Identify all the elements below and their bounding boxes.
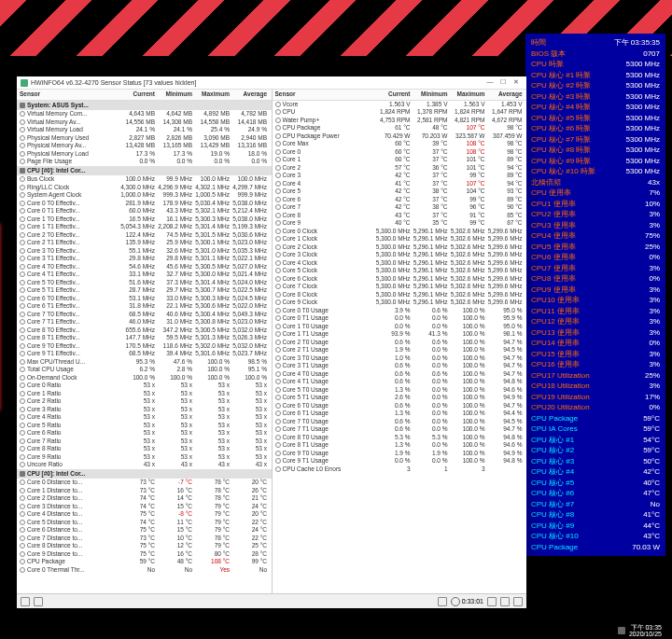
settings-icon[interactable] (513, 597, 523, 606)
titlebar[interactable]: HWiNFO64 v6.32-4270 Sensor Status [73 va… (17, 76, 526, 90)
sensor-row[interactable]: Core 441 °C37 °C107 °C94 °C (273, 180, 527, 188)
sensor-row[interactable]: Core 9 T1 Usage0.0 %0.0 %100.0 %94.8 % (273, 457, 527, 465)
column-header[interactable]: Sensor (20, 90, 118, 99)
sensor-row[interactable]: Core 5 T0 Usage1.3 %0.0 %100.0 %94.6 % (273, 386, 527, 395)
taskbar-tray[interactable]: 下午 03:35 2020/10/25 (525, 622, 665, 639)
sensor-row[interactable]: Core 9 Ratio53 x53 x53 x53 x (17, 453, 272, 462)
sensor-row[interactable]: Core 2 T1 Usage1.9 %0.0 %100.0 %94.5 % (273, 346, 527, 354)
sensor-row[interactable]: Core 3 T0 Usage1.0 %0.0 %100.0 %94.7 % (273, 354, 527, 363)
sensor-row[interactable]: Core 6 Clock5,300.0 MHz5,296.1 MHz5,302.… (273, 275, 527, 284)
reset-icon[interactable] (500, 597, 510, 606)
sensor-row[interactable]: Core 0 T0 Effectiv...281.9 MHz178.9 MHz5… (17, 200, 272, 208)
sensor-row[interactable]: Core 6 T1 Effectiv...31.8 MHz22.1 MHz5,3… (17, 302, 272, 311)
sensor-row[interactable]: Core 9 T0 Effectiv...170.5 MHz118.6 MHz5… (17, 342, 272, 351)
sensor-row[interactable]: Core 8 Ratio53 x53 x53 x53 x (17, 445, 272, 453)
sensor-row[interactable]: Core 257 °C36 °C101 °C94 °C (273, 164, 527, 173)
sensor-row[interactable]: Core 3 Distance to...74 °C15 °C79 °C24 °… (17, 503, 272, 511)
chart-icon[interactable] (438, 597, 447, 606)
sensor-row[interactable]: Core 1 Ratio53 x53 x53 x53 x (17, 390, 272, 398)
sensor-row[interactable]: CPU Package Power70.429 W70.203 W323.587… (273, 132, 527, 141)
sensor-row[interactable]: Max CPU/Thread U...95.3 %47.6 %100.0 %98… (17, 358, 272, 367)
sensor-row[interactable]: Core 9 T0 Usage1.9 %1.9 %100.0 %94.9 % (273, 450, 527, 458)
sensor-row[interactable]: Core 5 Ratio53 x53 x53 x53 x (17, 422, 272, 430)
sensor-row[interactable]: Core 6 Distance to...75 °C15 °C79 °C24 °… (17, 526, 272, 535)
sensor-row[interactable]: Core 4 Distance to...75 °C-8 °C79 °C20 °… (17, 510, 272, 519)
sensor-row[interactable]: Core 542 °C38 °C104 °C93 °C (273, 188, 527, 196)
sensor-row[interactable]: Virtual Memory Av...14,556 MB14,308 MB14… (17, 118, 272, 127)
sensor-row[interactable]: Core Max60 °C39 °C108 °C98 °C (273, 140, 527, 148)
sensor-group-header[interactable]: CPU [#0]: Intel Cor... (17, 469, 272, 479)
sensor-row[interactable]: Core 1 T1 Effectiv...5,054.3 MHz2,208.2 … (17, 223, 272, 231)
sensor-row[interactable]: CPU Package59 °C48 °C108 °C99 °C (17, 558, 272, 566)
sensor-row[interactable]: Core 7 T0 Effectiv...68.5 MHz40.6 MHz5,3… (17, 311, 272, 319)
sensor-row[interactable]: Core 5 T1 Effectiv...28.7 MHz29.7 MHz5,3… (17, 286, 272, 295)
sensor-row[interactable]: Core 9 Distance to...75 °C16 °C80 °C28 °… (17, 550, 272, 559)
sensor-row[interactable]: Core 7 Distance to...73 °C10 °C78 °C22 °… (17, 535, 272, 543)
sensor-row[interactable]: Core 9 Clock5,300.0 MHz5,296.1 MHz5,302.… (273, 299, 527, 307)
sensor-row[interactable]: Core 4 Clock5,300.0 MHz5,296.1 MHz5,302.… (273, 259, 527, 268)
sensor-row[interactable]: Core 0 Distance to...73 °C-7 °C78 °C20 °… (17, 479, 272, 487)
sensor-row[interactable]: Core 6 T0 Effectiv...53.1 MHz33.0 MHz5,3… (17, 295, 272, 303)
column-header[interactable]: Average (485, 90, 523, 99)
sensor-row[interactable]: Core 2 Distance to...74 °C14 °C78 °C21 °… (17, 494, 272, 503)
sensor-row[interactable]: Core 4 T1 Effectiv...33.1 MHz32.7 MHz5,3… (17, 271, 272, 279)
sensor-row[interactable]: Vcore1.563 V1.385 V1.563 V1.453 V (273, 101, 527, 109)
sensor-row[interactable]: Core 7 Clock5,300.0 MHz5,296.1 MHz5,302.… (273, 283, 527, 291)
sensor-row[interactable]: Core 5 T1 Usage2.6 %0.0 %100.0 %94.9 % (273, 394, 527, 402)
sensor-row[interactable]: Core 4 T0 Effectiv...54.6 MHz45.6 MHz5,3… (17, 263, 272, 271)
sensor-row[interactable]: Core 2 Clock5,300.0 MHz5,296.1 MHz5,302.… (273, 243, 527, 252)
column-header[interactable]: Current (118, 90, 155, 99)
sensor-row[interactable]: Core 2 Ratio53 x53 x53 x53 x (17, 397, 272, 406)
sensor-row[interactable]: Page File Usage0.0 %0.0 %0.0 %0.0 % (17, 158, 272, 166)
column-header[interactable]: Maximum (448, 90, 485, 99)
log-icon[interactable] (34, 597, 43, 606)
sensor-row[interactable]: Core 6 Ratio53 x53 x53 x53 x (17, 429, 272, 438)
sensor-pane-left[interactable]: SensorCurrentMinimumMaximumAverageSystem… (17, 90, 273, 593)
sensor-row[interactable]: Physical Memory Av...13,428 MB13,165 MB1… (17, 142, 272, 150)
column-header[interactable]: Minimum (411, 90, 448, 99)
sensor-row[interactable]: Core 1 T0 Effectiv...16.5 MHz16.1 MHz5,3… (17, 215, 272, 224)
sensor-row[interactable]: Physical Memory Load17.3 %17.3 %19.0 %18… (17, 150, 272, 159)
sensor-row[interactable]: Core 3 T0 Effectiv...55.1 MHz32.6 MHz5,3… (17, 247, 272, 256)
sensor-row[interactable]: Total CPU Usage6.2 %2.8 %100.0 %95.1 % (17, 366, 272, 374)
sensor-row[interactable]: CPU Package61 °C48 °C107 °C98 °C (273, 124, 527, 132)
sensor-row[interactable]: Core 0 T1 Effectiv...60.0 MHz43.3 MHz5,3… (17, 207, 272, 215)
sensor-row[interactable]: Core 160 °C37 °C101 °C89 °C (273, 156, 527, 164)
sensor-row[interactable]: Core 6 T1 Usage1.3 %0.0 %100.0 %94.4 % (273, 410, 527, 418)
sensor-row[interactable]: On-Demand Clock100.0 %100.0 %100.0 %100.… (17, 374, 272, 382)
sensor-pane-right[interactable]: SensorCurrentMinimumMaximumAverageVcore1… (273, 90, 527, 593)
column-header[interactable]: Average (230, 90, 267, 99)
sensor-row[interactable]: Core 3 Ratio53 x53 x53 x53 x (17, 406, 272, 414)
sensor-row[interactable]: Core 3 Clock5,300.0 MHz5,296.1 MHz5,302.… (273, 251, 527, 259)
sensor-row[interactable]: Core 940 °C35 °C99 °C87 °C (273, 219, 527, 228)
sensor-row[interactable]: Core 2 T0 Effectiv...122.4 MHz74.5 MHz5,… (17, 231, 272, 240)
sensor-row[interactable]: Core 5 Distance to...74 °C11 °C79 °C22 °… (17, 519, 272, 527)
sensor-row[interactable]: Core 742 °C38 °C96 °C90 °C (273, 203, 527, 212)
sensor-row[interactable]: CPU Cache L0 Errors313 (273, 465, 527, 474)
column-header[interactable]: Maximum (192, 90, 230, 99)
sensor-row[interactable]: Core 0 Thermal Thr...NoNoYesNo (17, 566, 272, 575)
sensor-row[interactable]: Core 4 T0 Usage0.6 %0.6 %100.0 %94.7 % (273, 370, 527, 379)
sensor-group-header[interactable]: CPU [#0]: Intel Cor... (17, 166, 272, 176)
minimize-button[interactable]: — (483, 78, 497, 88)
clock-icon[interactable] (487, 597, 497, 606)
column-header[interactable]: Minimum (155, 90, 192, 99)
sensor-row[interactable]: Core 2 T1 Effectiv...135.9 MHz25.9 MHz5,… (17, 239, 272, 247)
sensor-row[interactable]: Core 8 Distance to...75 °C12 °C79 °C25 °… (17, 542, 272, 550)
sensor-row[interactable]: Core 0 T0 Usage3.9 %0.6 %100.0 %95.0 % (273, 307, 527, 315)
sensor-row[interactable]: Core 0 Clock5,300.0 MHz5,296.1 MHz5,302.… (273, 228, 527, 236)
save-icon[interactable] (21, 597, 30, 606)
sensor-row[interactable]: Core 1 T1 Usage93.9 %41.3 %100.0 %98.1 % (273, 330, 527, 339)
column-header[interactable]: Current (373, 90, 411, 99)
sensor-row[interactable]: Uncore Ratio43 x43 x43 x43 x (17, 461, 272, 469)
sensor-row[interactable]: Virtual Memory Load24.1 %24.1 %25.4 %24.… (17, 126, 272, 134)
sensor-row[interactable]: Water Pump+4,753 RPM2,581 RPM4,821 RPM4,… (273, 117, 527, 125)
maximize-button[interactable]: ☐ (497, 78, 510, 88)
sensor-row[interactable]: Core 060 °C37 °C108 °C98 °C (273, 148, 527, 157)
sensor-row[interactable]: Core 4 Ratio53 x53 x53 x53 x (17, 413, 272, 422)
sensor-row[interactable]: Core 8 T1 Usage1.3 %0.0 %100.0 %94.6 % (273, 441, 527, 450)
sensor-row[interactable]: Core 1 Clock5,300.0 MHz5,296.1 MHz5,302.… (273, 235, 527, 243)
sensor-row[interactable]: Core 3 T1 Usage0.6 %0.0 %100.0 %94.7 % (273, 362, 527, 370)
sensor-row[interactable]: Core 2 T0 Usage0.6 %0.6 %100.0 %94.7 % (273, 339, 527, 347)
sensor-row[interactable]: Core 7 T1 Usage0.6 %0.0 %100.0 %94.7 % (273, 425, 527, 434)
